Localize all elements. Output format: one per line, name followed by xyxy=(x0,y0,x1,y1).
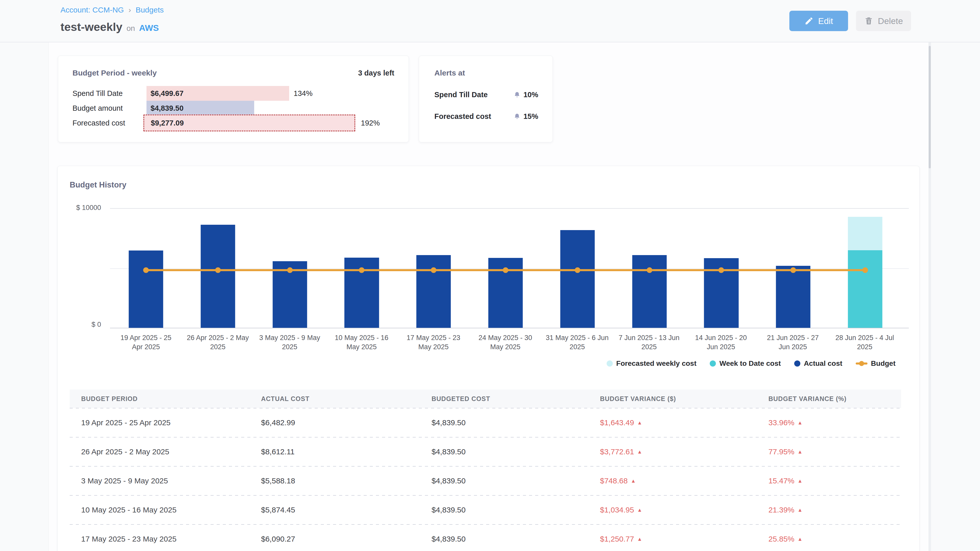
alert-item-label: Forecasted cost xyxy=(434,112,491,121)
table-row[interactable]: 17 May 2025 - 23 May 2025$6,090.27$4,839… xyxy=(70,525,901,551)
variance-up-icon: ▲ xyxy=(637,507,642,513)
table-cell-variance-usd: $3,772.61▲ xyxy=(589,448,757,456)
table-cell-variance-usd: $748.68▲ xyxy=(589,476,757,485)
title-on-word: on xyxy=(127,24,135,33)
chart-bar-actual-cost[interactable] xyxy=(129,251,163,328)
budget-period-bar-forecast: $9,277.09 xyxy=(143,114,355,131)
budget-period-row-label: Spend Till Date xyxy=(73,89,146,98)
table-cell-period: 26 Apr 2025 - 2 May 2025 xyxy=(70,448,250,456)
x-axis-tick-label: 14 Jun 2025 - 20Jun 2025 xyxy=(685,333,757,351)
legend-item-forecasted-weekly-cost[interactable]: Forecasted weekly cost xyxy=(607,359,697,368)
budget-period-bar-track: $6,499.67134% xyxy=(146,86,394,101)
variance-up-icon: ▲ xyxy=(631,478,636,484)
x-axis-labels: 19 Apr 2025 - 25Apr 202526 Apr 2025 - 2 … xyxy=(110,333,900,351)
edit-button-label: Edit xyxy=(818,16,833,26)
variance-up-icon: ▲ xyxy=(797,478,803,484)
chart-slot xyxy=(326,208,398,328)
budget-period-bar-budget: $4,839.50 xyxy=(146,101,254,116)
table-header-cell: Budget Variance (%) xyxy=(757,395,901,403)
bell-icon xyxy=(513,113,521,121)
pencil-icon xyxy=(804,16,814,25)
budget-history-table: Budget PeriodActual CostBudgeted CostBud… xyxy=(70,389,901,551)
legend-dot-icon xyxy=(710,360,716,367)
budget-period-row-label: Budget amount xyxy=(73,104,146,113)
budget-line-point[interactable] xyxy=(575,267,580,273)
table-cell-actual: $6,090.27 xyxy=(250,535,420,543)
budget-line-point[interactable] xyxy=(718,267,724,273)
budget-line-point[interactable] xyxy=(791,267,796,273)
alerts-card: Alerts at Spend Till Date10%Forecasted c… xyxy=(419,56,553,142)
chart-slot xyxy=(686,208,757,328)
budget-period-row: Spend Till Date$6,499.67134% xyxy=(73,86,394,101)
page-title: test-weekly xyxy=(60,21,123,34)
scrollbar-thumb[interactable] xyxy=(929,46,931,168)
chart-slot xyxy=(110,208,182,328)
table-header-cell: Budget Period xyxy=(70,395,250,403)
budget-history-title: Budget History xyxy=(70,180,126,189)
x-axis-tick-label: 19 Apr 2025 - 25Apr 2025 xyxy=(110,333,182,351)
budget-line-point[interactable] xyxy=(431,267,436,273)
table-cell-variance-usd: $1,643.49▲ xyxy=(589,418,757,427)
budget-line-point[interactable] xyxy=(143,267,149,273)
variance-up-icon: ▲ xyxy=(797,420,803,426)
breadcrumb-budgets-link[interactable]: Budgets xyxy=(135,6,164,14)
chart-slot xyxy=(614,208,686,328)
alert-item-value: 15% xyxy=(513,112,538,121)
x-axis-tick-label: 7 Jun 2025 - 13 Jun2025 xyxy=(613,333,685,351)
table-cell-period: 10 May 2025 - 16 May 2025 xyxy=(70,506,250,514)
table-cell-budgeted: $4,839.50 xyxy=(420,448,589,456)
y-axis-zero-label: $ 0 xyxy=(68,321,101,329)
budget-period-bar-value: $4,839.50 xyxy=(151,104,183,113)
x-axis-tick-label: 24 May 2025 - 30May 2025 xyxy=(469,333,541,351)
legend-item-week-to-date-cost[interactable]: Week to Date cost xyxy=(710,359,781,368)
chart-bar-actual-cost[interactable] xyxy=(776,266,811,328)
table-cell-budgeted: $4,839.50 xyxy=(420,476,589,485)
chart-bar-actual-cost[interactable] xyxy=(200,225,235,328)
table-cell-actual: $6,482.99 xyxy=(250,418,420,427)
breadcrumb-account-link[interactable]: Account: CCM-NG xyxy=(60,6,124,14)
variance-up-icon: ▲ xyxy=(637,420,642,426)
table-cell-period: 3 May 2025 - 9 May 2025 xyxy=(70,476,250,485)
budget-line-point[interactable] xyxy=(862,267,868,273)
table-cell-variance-pct: 25.85%▲ xyxy=(757,535,901,543)
chart-bar-forecasted-weekly-cost[interactable] xyxy=(848,217,882,250)
budget-line-point[interactable] xyxy=(647,267,652,273)
chart-slot xyxy=(469,208,542,328)
x-axis-tick-label: 10 May 2025 - 16May 2025 xyxy=(326,333,398,351)
table-row[interactable]: 3 May 2025 - 9 May 2025$5,588.18$4,839.5… xyxy=(70,467,901,495)
budget-history-card: Budget History $ 10000 $ 0 19 Apr 2025 -… xyxy=(57,166,920,551)
budget-line-point[interactable] xyxy=(215,267,221,273)
chart-bar-actual-cost[interactable] xyxy=(632,255,667,328)
y-axis-max-label: $ 10000 xyxy=(68,204,101,212)
table-cell-actual: $5,588.18 xyxy=(250,476,420,485)
chart-bar-week-to-date-cost[interactable] xyxy=(848,250,882,328)
table-row[interactable]: 26 Apr 2025 - 2 May 2025$8,612.11$4,839.… xyxy=(70,437,901,466)
variance-up-icon: ▲ xyxy=(797,449,803,454)
budget-line-point[interactable] xyxy=(287,267,293,273)
budget-period-rows: Spend Till Date$6,499.67134%Budget amoun… xyxy=(73,86,394,130)
x-axis-tick-label: 26 Apr 2025 - 2 May2025 xyxy=(182,333,254,351)
legend-item-budget[interactable]: Budget xyxy=(856,359,896,368)
days-left-label: 3 days left xyxy=(358,69,394,77)
edit-button[interactable]: Edit xyxy=(789,11,848,31)
chart-slot xyxy=(829,208,901,328)
chart-bar-actual-cost[interactable] xyxy=(560,230,595,328)
budget-period-row-label: Forecasted cost xyxy=(73,119,146,127)
table-cell-variance-pct: 77.95%▲ xyxy=(757,448,901,456)
title-row: test-weekly on AWS xyxy=(60,21,159,34)
budget-period-row: Budget amount$4,839.50 xyxy=(73,101,394,116)
legend-item-actual-cost[interactable]: Actual cost xyxy=(794,359,842,368)
budget-period-pct-label: 192% xyxy=(361,119,380,127)
table-cell-variance-pct: 33.96%▲ xyxy=(757,418,901,427)
chart-bar-actual-cost[interactable] xyxy=(417,255,451,328)
legend-dot-icon xyxy=(607,360,613,367)
table-header-cell: Budgeted Cost xyxy=(420,395,589,403)
table-header-cell: Budget Variance ($) xyxy=(589,395,757,403)
budget-line-point[interactable] xyxy=(503,267,508,273)
budget-detail-page: Account: CCM-NG › Budgets test-weekly on… xyxy=(0,0,980,551)
budget-line-point[interactable] xyxy=(359,267,364,273)
delete-button[interactable]: Delete xyxy=(856,11,911,31)
table-row[interactable]: 10 May 2025 - 16 May 2025$5,874.45$4,839… xyxy=(70,495,901,524)
table-row[interactable]: 19 Apr 2025 - 25 Apr 2025$6,482.99$4,839… xyxy=(70,408,901,437)
table-cell-variance-usd: $1,034.95▲ xyxy=(589,506,757,514)
